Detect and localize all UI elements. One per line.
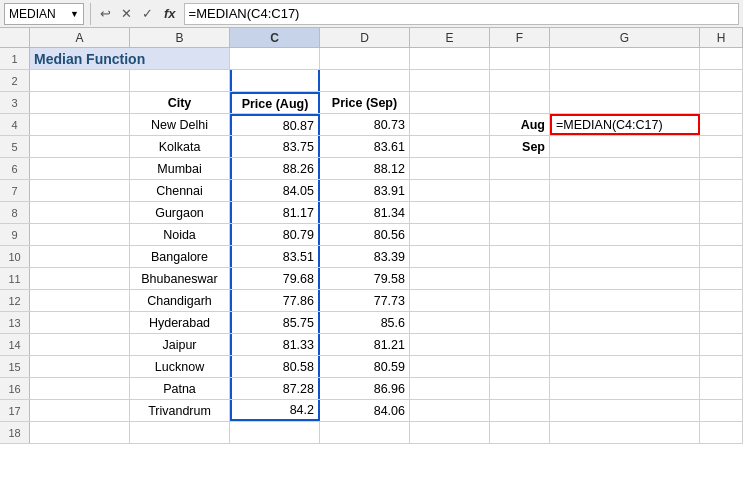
- cell-a3[interactable]: [30, 92, 130, 113]
- formula-divider: [90, 3, 91, 25]
- col-header-f[interactable]: F: [490, 28, 550, 47]
- row-3: 3 City Price (Aug) Price (Sep): [0, 92, 743, 114]
- column-headers: A B C D E F G H: [0, 28, 743, 48]
- row-18: 18: [0, 422, 743, 444]
- cell-f3[interactable]: [490, 92, 550, 113]
- col-header-e[interactable]: E: [410, 28, 490, 47]
- col-header-b[interactable]: B: [130, 28, 230, 47]
- row-14: 14 Jaipur 81.33 81.21: [0, 334, 743, 356]
- cell-d1[interactable]: [320, 48, 410, 69]
- cell-h2[interactable]: [700, 70, 743, 91]
- row-9: 9 Noida 80.79 80.56: [0, 224, 743, 246]
- row-13: 13 Hyderabad 85.75 85.6: [0, 312, 743, 334]
- row-6: 6 Mumbai 88.26 88.12: [0, 158, 743, 180]
- row-num-1: 1: [0, 48, 30, 69]
- row-7: 7 Chennai 84.05 83.91: [0, 180, 743, 202]
- formula-bar: MEDIAN ▼ ↩ ✕ ✓ fx: [0, 0, 743, 28]
- undo-icon[interactable]: ↩: [97, 5, 114, 22]
- col-header-c[interactable]: C: [230, 28, 320, 47]
- cell-e2[interactable]: [410, 70, 490, 91]
- spreadsheet-grid: 1 Median Function 2 3 City Price (Aug) P…: [0, 48, 743, 444]
- row-10: 10 Bangalore 83.51 83.39: [0, 246, 743, 268]
- col-header-h[interactable]: H: [700, 28, 743, 47]
- cell-g2[interactable]: [550, 70, 700, 91]
- cell-g3[interactable]: [550, 92, 700, 113]
- cell-f1[interactable]: [490, 48, 550, 69]
- cell-e3[interactable]: [410, 92, 490, 113]
- name-box-value: MEDIAN: [9, 7, 56, 21]
- row-11: 11 Bhubaneswar 79.68 79.58: [0, 268, 743, 290]
- cell-d3[interactable]: Price (Sep): [320, 92, 410, 113]
- cell-b1[interactable]: Median Function: [30, 48, 230, 69]
- cell-h3[interactable]: [700, 92, 743, 113]
- row-num-2: 2: [0, 70, 30, 91]
- row-4: 4 New Delhi 80.87 80.73 Aug =MEDIAN(C4:C…: [0, 114, 743, 136]
- row-num-3: 3: [0, 92, 30, 113]
- cell-f2[interactable]: [490, 70, 550, 91]
- cell-h1[interactable]: [700, 48, 743, 69]
- row-num-header: [0, 28, 30, 47]
- row-2: 2: [0, 70, 743, 92]
- row-12: 12 Chandigarh 77.86 77.73: [0, 290, 743, 312]
- cell-e1[interactable]: [410, 48, 490, 69]
- formula-input[interactable]: [184, 3, 739, 25]
- fx-label: fx: [164, 6, 176, 21]
- row-8: 8 Gurgaon 81.17 81.34: [0, 202, 743, 224]
- cell-a2[interactable]: [30, 70, 130, 91]
- row-1: 1 Median Function: [0, 48, 743, 70]
- cell-d2[interactable]: [320, 70, 410, 91]
- cell-b3[interactable]: City: [130, 92, 230, 113]
- name-box-arrow-icon: ▼: [70, 9, 79, 19]
- cell-c3[interactable]: Price (Aug): [230, 92, 320, 113]
- cell-g1[interactable]: [550, 48, 700, 69]
- row-16: 16 Patna 87.28 86.96: [0, 378, 743, 400]
- cell-b2[interactable]: [130, 70, 230, 91]
- row-17: 17 Trivandrum 84.2 84.06: [0, 400, 743, 422]
- cell-c1[interactable]: [230, 48, 320, 69]
- col-header-d[interactable]: D: [320, 28, 410, 47]
- col-header-g[interactable]: G: [550, 28, 700, 47]
- row-5: 5 Kolkata 83.75 83.61 Sep: [0, 136, 743, 158]
- cancel-icon[interactable]: ✕: [118, 5, 135, 22]
- row-15: 15 Lucknow 80.58 80.59: [0, 356, 743, 378]
- cell-c2[interactable]: [230, 70, 320, 91]
- name-box[interactable]: MEDIAN ▼: [4, 3, 84, 25]
- formula-icon-group: ↩ ✕ ✓: [97, 5, 156, 22]
- col-header-a[interactable]: A: [30, 28, 130, 47]
- confirm-icon[interactable]: ✓: [139, 5, 156, 22]
